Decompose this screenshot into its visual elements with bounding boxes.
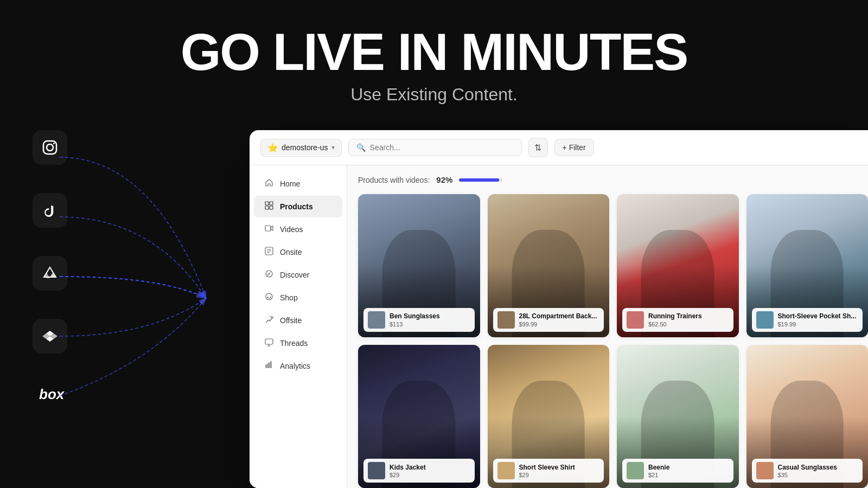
svg-rect-9 — [265, 206, 269, 209]
stats-bar: Products with videos: 92% — [358, 175, 868, 184]
sidebar-item-offsite[interactable]: Offsite — [254, 310, 342, 331]
svg-point-1 — [47, 144, 53, 151]
top-bar: ⭐ demostore-us ▾ 🔍 ⇅ + Filter — [250, 130, 868, 165]
dropbox-icon — [33, 319, 67, 354]
main-content: Home Products Videos Onsite — [250, 165, 868, 488]
svg-rect-7 — [265, 202, 269, 205]
product-thumbnail — [497, 311, 515, 329]
product-name: Casual Sunglasses — [778, 464, 837, 471]
product-thumbnail — [368, 462, 385, 479]
stats-percent: 92% — [436, 175, 452, 184]
filter-label: + Filter — [563, 143, 586, 152]
videos-icon — [264, 224, 275, 235]
sidebar-label-analytics: Analytics — [280, 362, 310, 370]
product-thumbnail — [627, 462, 644, 479]
product-details: Beenie $21 — [648, 464, 669, 478]
product-card[interactable]: Ben Sunglasses $113 — [358, 194, 480, 337]
product-details: Short-Sleeve Pocket Sh... $19.99 — [778, 312, 857, 327]
instagram-icon — [33, 130, 67, 165]
svg-rect-8 — [270, 202, 273, 205]
svg-rect-10 — [270, 206, 273, 209]
svg-rect-15 — [265, 339, 273, 344]
sidebar-item-shop[interactable]: Shop — [254, 287, 342, 309]
product-card[interactable]: Running Trainers $62.50 — [617, 194, 739, 337]
offsite-icon — [264, 315, 275, 326]
progress-bar — [459, 178, 502, 182]
google-drive-icon — [33, 256, 67, 291]
sidebar-label-videos: Videos — [280, 225, 303, 234]
sidebar: Home Products Videos Onsite — [250, 165, 347, 488]
search-bar[interactable]: 🔍 — [348, 139, 522, 156]
product-info: Beenie $21 — [622, 459, 733, 483]
products-area: Products with videos: 92% Ben Sunglasses… — [347, 165, 868, 488]
product-thumbnail — [368, 311, 385, 329]
hero-subtitle: Use Existing Content. — [0, 85, 868, 105]
products-icon — [264, 201, 275, 212]
product-price: $62.50 — [648, 321, 702, 328]
filter-button[interactable]: + Filter — [554, 139, 594, 156]
product-card[interactable]: Short-Sleeve Pocket Sh... $19.99 — [746, 194, 869, 337]
hero-title: GO LIVE IN MINUTES — [0, 26, 868, 78]
app-window: ⭐ demostore-us ▾ 🔍 ⇅ + Filter Home — [250, 130, 868, 488]
home-icon — [264, 178, 275, 189]
product-name: Short-Sleeve Pocket Sh... — [778, 312, 857, 320]
discover-icon — [264, 269, 275, 280]
thumbnail-image — [497, 462, 515, 479]
product-card[interactable]: Casual Sunglasses $35 — [746, 345, 869, 488]
sidebar-label-threads: Threads — [280, 339, 308, 348]
product-info: Kids Jacket $29 — [363, 459, 475, 483]
sidebar-item-home[interactable]: Home — [254, 173, 342, 195]
search-icon: 🔍 — [356, 143, 366, 152]
product-details: 28L Compartment Back... $99.99 — [519, 312, 597, 327]
sidebar-item-analytics[interactable]: Analytics — [254, 355, 342, 377]
product-card[interactable]: Short Sleeve Shirt $29 — [488, 345, 610, 488]
thumbnail-image — [627, 462, 644, 479]
product-name: Kids Jacket — [390, 464, 426, 471]
product-info: Ben Sunglasses $113 — [363, 308, 475, 332]
shop-icon — [264, 292, 275, 303]
product-name: Ben Sunglasses — [390, 312, 440, 320]
product-name: Beenie — [648, 464, 669, 471]
store-selector[interactable]: ⭐ demostore-us ▾ — [260, 139, 342, 157]
sidebar-item-threads[interactable]: Threads — [254, 332, 342, 354]
product-info: Short Sleeve Shirt $29 — [493, 459, 604, 483]
product-card[interactable]: 28L Compartment Back... $99.99 — [488, 194, 610, 337]
sidebar-item-onsite[interactable]: Onsite — [254, 241, 342, 263]
product-name: Running Trainers — [648, 312, 702, 320]
product-details: Short Sleeve Shirt $29 — [519, 464, 575, 478]
product-name: 28L Compartment Back... — [519, 312, 597, 320]
product-card[interactable]: Kids Jacket $29 — [358, 345, 480, 488]
product-thumbnail — [756, 462, 774, 479]
product-price: $19.99 — [778, 321, 857, 328]
stats-label: Products with videos: — [358, 176, 430, 184]
product-card[interactable]: Beenie $21 — [617, 345, 739, 488]
progress-fill — [459, 178, 499, 182]
sidebar-item-discover[interactable]: Discover — [254, 264, 342, 286]
product-price: $29 — [519, 472, 575, 478]
left-icons: box — [33, 130, 71, 407]
product-price: $29 — [390, 472, 426, 478]
chevron-down-icon: ▾ — [331, 144, 335, 151]
sort-button[interactable]: ⇅ — [528, 138, 548, 157]
store-emoji: ⭐ — [267, 143, 278, 153]
thumbnail-image — [368, 311, 385, 329]
product-thumbnail — [497, 462, 515, 479]
sidebar-label-onsite: Onsite — [280, 248, 302, 256]
store-name: demostore-us — [282, 143, 328, 152]
product-info: Running Trainers $62.50 — [622, 308, 733, 332]
product-info: Casual Sunglasses $35 — [752, 459, 863, 483]
analytics-icon — [264, 361, 275, 371]
product-price: $35 — [778, 472, 837, 478]
thumbnail-image — [368, 462, 385, 479]
product-price: $113 — [390, 321, 440, 328]
search-input[interactable] — [370, 143, 514, 152]
thumbnail-image — [627, 311, 644, 329]
sidebar-item-videos[interactable]: Videos — [254, 219, 342, 240]
sidebar-label-shop: Shop — [280, 293, 298, 302]
product-details: Kids Jacket $29 — [390, 464, 426, 478]
sidebar-item-products[interactable]: Products — [254, 196, 342, 217]
svg-rect-11 — [265, 226, 271, 231]
sidebar-label-home: Home — [280, 179, 300, 188]
sidebar-label-discover: Discover — [280, 271, 309, 279]
tiktok-icon — [33, 193, 67, 228]
